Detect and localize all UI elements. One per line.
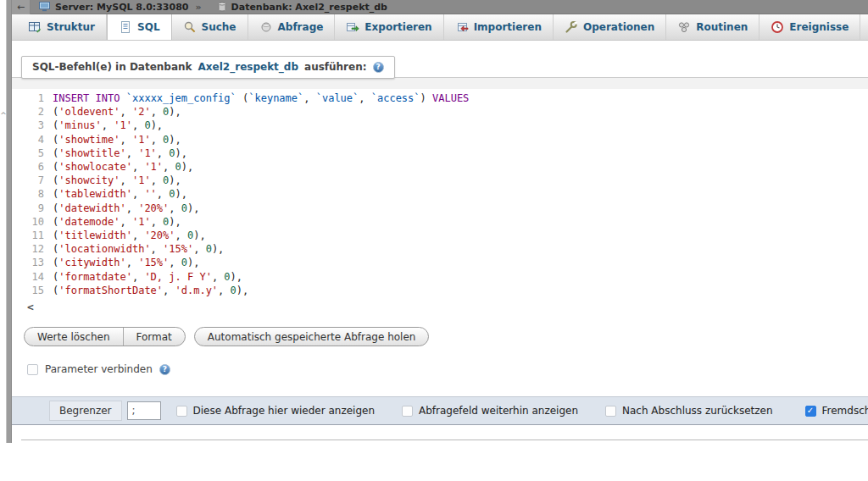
bind-parameters-label: Parameter verbinden xyxy=(45,363,153,375)
code-lines[interactable]: 1INSERT INTO `xxxxx_jem_config` (`keynam… xyxy=(12,89,868,297)
code-line[interactable]: 6('showlocate', '1', 0), xyxy=(12,160,868,174)
sql-form-legend: SQL-Befehl(e) in Datenbank Axel2_respekt… xyxy=(21,56,395,79)
tab-label: Struktur xyxy=(47,21,95,33)
code-line[interactable]: 15('formatShortDate', 'd.m.y', 0), xyxy=(12,284,868,297)
breadcrumb-bar: ← Server: MySQL 8.0:33080 » Datenbank: A… xyxy=(12,0,868,14)
retain-query-box-checkbox[interactable] xyxy=(402,406,413,417)
tab-suche[interactable]: Suche xyxy=(172,14,248,40)
code-line[interactable]: 5('showtitle', '1', 0), xyxy=(12,147,868,160)
query-options-toolbar: Begrenzer Diese Abfrage hier wieder anze… xyxy=(12,396,868,425)
delimiter-label: Begrenzer xyxy=(49,401,122,421)
tab-label: Exportieren xyxy=(364,21,431,33)
format-button[interactable]: Format xyxy=(123,328,185,346)
tab-label: Operationen xyxy=(583,21,654,33)
sql-editor[interactable]: 1INSERT INTO `xxxxx_jem_config` (`keynam… xyxy=(12,77,868,313)
wrench-icon xyxy=(565,20,578,34)
fetch-saved-query-label: Automatisch gespeicherte Abfrage holen xyxy=(195,328,429,346)
routines-icon xyxy=(677,20,691,34)
tab-ereignisse[interactable]: Ereignisse xyxy=(760,14,860,40)
clear-values-button[interactable]: Werte löschen xyxy=(25,328,123,346)
navigation-gutter xyxy=(0,0,6,481)
legend-database-link[interactable]: Axel2_respekt_db xyxy=(198,61,298,73)
tab-sql[interactable]: SQL xyxy=(107,14,172,40)
help-icon[interactable]: ? xyxy=(373,62,384,73)
tab-label: Ereignisse xyxy=(789,21,849,33)
search-icon xyxy=(183,20,197,34)
code-line[interactable]: 8('tablewidth', '', 0), xyxy=(12,187,868,201)
code-line[interactable]: 14('formatdate', 'D, j. F Y', 0), xyxy=(12,270,868,284)
code-line[interactable]: 13('citywidth', '15%', 0), xyxy=(12,256,868,269)
code-line[interactable]: 2('oldevent', '2', 0), xyxy=(12,105,868,119)
footer-divider xyxy=(21,440,868,440)
bind-parameters-row: Parameter verbinden ? xyxy=(27,363,868,375)
nav-resize-handle[interactable] xyxy=(6,0,12,443)
foreign-key-check-checkbox[interactable] xyxy=(805,406,816,417)
tab-label: Routinen xyxy=(696,21,748,33)
table-structure-icon xyxy=(28,20,42,34)
tab-operationen[interactable]: Operationen xyxy=(554,14,666,40)
code-line[interactable]: 9('datewidth', '20%', 0), xyxy=(12,202,868,215)
server-icon xyxy=(39,2,51,12)
tab-label: Suche xyxy=(202,21,236,33)
fetch-saved-query-button[interactable]: Automatisch gespeicherte Abfrage holen xyxy=(194,327,430,346)
tab-struktur[interactable]: Struktur xyxy=(17,14,107,40)
tab-label: SQL xyxy=(137,21,160,33)
breadcrumb-server[interactable]: Server: MySQL 8.0:33080 xyxy=(55,2,188,13)
editor-scroll-left-icon[interactable]: < xyxy=(27,301,868,313)
tab-label: Importieren xyxy=(474,21,542,33)
legend-text: SQL-Befehl(e) in Datenbank xyxy=(32,61,192,73)
import-icon xyxy=(455,20,469,34)
legend-text-suffix: ausführen: xyxy=(304,61,367,73)
code-line[interactable]: 11('titlewidth', '20%', 0), xyxy=(12,229,868,242)
show-query-again-label: Diese Abfrage hier wieder anzeigen xyxy=(193,405,376,417)
show-query-again-checkbox[interactable] xyxy=(176,406,187,417)
tab-exportieren[interactable]: Exportieren xyxy=(335,14,443,40)
clear-format-button-group: Werte löschen Format xyxy=(24,327,186,346)
export-icon xyxy=(346,20,359,34)
retain-query-box-option: Abfragefeld weiterhin anzeigen xyxy=(402,405,578,417)
rollback-option: Nach Abschluss zurücksetzen xyxy=(605,405,773,417)
back-arrow-icon: ← xyxy=(17,2,25,13)
rollback-label: Nach Abschluss zurücksetzen xyxy=(622,405,773,417)
breadcrumb-database[interactable]: Datenbank: Axel2_respekt_db xyxy=(231,2,387,13)
editor-actions: Werte löschen Format Automatisch gespeic… xyxy=(24,327,868,346)
sql-page-icon xyxy=(119,20,132,34)
code-line[interactable]: 1INSERT INTO `xxxxx_jem_config` (`keynam… xyxy=(12,91,868,105)
code-line[interactable]: 10('datemode', '1', 0), xyxy=(12,215,868,229)
tab-label: Abfrage xyxy=(278,21,324,33)
foreign-key-check-option: Fremdschlüsselüberprüfung aktivieren xyxy=(805,405,868,417)
tab-trigger[interactable]: Trigger xyxy=(860,14,868,40)
tab-routinen[interactable]: Routinen xyxy=(666,14,760,40)
events-clock-icon xyxy=(771,20,784,34)
query-icon xyxy=(259,20,273,34)
rollback-checkbox[interactable] xyxy=(605,406,616,417)
tab-abfrage[interactable]: Abfrage xyxy=(248,14,336,40)
code-line[interactable]: 3('minus', '1', 0), xyxy=(12,119,868,132)
code-line[interactable]: 4('showtime', '1', 0), xyxy=(12,133,868,147)
breadcrumb-separator: » xyxy=(195,2,201,13)
database-icon xyxy=(217,2,227,12)
tab-importieren[interactable]: Importieren xyxy=(444,14,554,40)
help-icon[interactable]: ? xyxy=(159,364,170,375)
back-button[interactable]: ← xyxy=(12,0,31,14)
delimiter-input[interactable] xyxy=(127,401,161,420)
code-line[interactable]: 7('showcity', '1', 0), xyxy=(12,174,868,187)
editor-top-strip xyxy=(12,78,868,89)
foreign-key-check-label: Fremdschlüsselüberprüfung aktivieren xyxy=(822,405,868,417)
show-query-again-option: Diese Abfrage hier wieder anzeigen xyxy=(176,405,376,417)
bind-parameters-checkbox[interactable] xyxy=(27,364,38,375)
retain-query-box-label: Abfragefeld weiterhin anzeigen xyxy=(419,405,578,417)
code-line[interactable]: 12('locationwidth', '15%', 0), xyxy=(12,242,868,256)
database-tabs: Struktur SQL Suche Abfrage Exportieren I… xyxy=(12,14,868,41)
